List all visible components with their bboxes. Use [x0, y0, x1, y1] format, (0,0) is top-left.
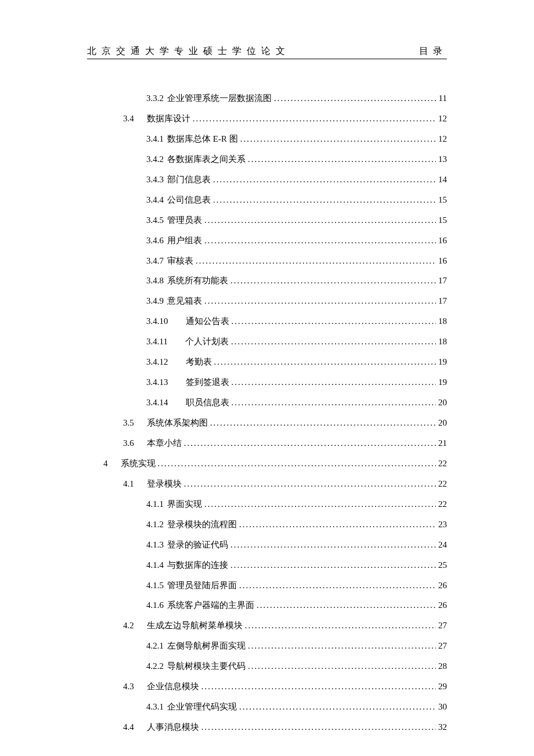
toc-entry-number: 3.4.4	[146, 190, 164, 210]
toc-entry-title: 与数据库的连接	[167, 555, 228, 575]
toc-leader-dots	[204, 210, 436, 231]
toc-entry-number: 3.5	[123, 413, 134, 433]
toc-entry-title: 导航树模块主要代码	[167, 656, 246, 676]
toc-entry: 3.4.5管理员表15	[146, 210, 447, 231]
toc-entry-title: 生成左边导航树菜单模块	[147, 615, 243, 636]
toc-entry-title: 数据库设计	[147, 109, 190, 129]
toc-entry-page: 18	[438, 311, 447, 332]
toc-leader-dots	[245, 615, 436, 636]
toc-entry-page: 19	[438, 352, 447, 372]
toc-entry: 3.4.14职员信息表20	[146, 393, 447, 413]
toc-entry-page: 22	[438, 494, 447, 514]
toc-entry-number: 3.4.6	[146, 231, 164, 251]
toc-entry: 4.2生成左边导航树菜单模块27	[123, 615, 447, 636]
toc-entry-title: 管理员表	[167, 210, 202, 231]
toc-entry-page: 22	[438, 453, 447, 474]
toc-entry-page: 25	[438, 555, 447, 575]
toc-entry-number: 4.1	[123, 474, 134, 494]
toc-entry-title: 管理员登陆后界面	[167, 575, 237, 596]
toc-entry: 4.1.2登录模块的流程图23	[146, 514, 447, 535]
toc-entry-page: 13	[438, 149, 447, 170]
toc-entry: 4.1登录模块22	[123, 474, 447, 494]
toc-leader-dots	[204, 231, 436, 251]
toc-entry-title: 本章小结	[147, 433, 182, 453]
toc-entry: 4.1.5管理员登陆后界面26	[146, 575, 447, 596]
toc-entry-number: 4.1.1	[146, 494, 164, 514]
page-header: 北京交通大学专业硕士学位论文 目录	[87, 45, 447, 59]
toc-leader-dots	[184, 433, 436, 453]
toc-entry-number: 3.4.11	[146, 332, 168, 352]
table-of-contents: 3.3.2企业管理系统一层数据流图113.4数据库设计123.4.1数据库总体 …	[87, 88, 447, 737]
toc-leader-dots	[230, 535, 436, 555]
toc-entry-number: 3.6	[123, 433, 134, 453]
toc-entry-page: 11	[439, 88, 447, 109]
toc-entry-title: 系统客户器端的主界面	[167, 595, 254, 615]
toc-entry-page: 32	[438, 717, 447, 737]
toc-entry-title: 通知公告表	[186, 311, 229, 332]
toc-entry-page: 15	[438, 190, 447, 210]
toc-entry: 3.4.7审核表16	[146, 251, 447, 271]
toc-leader-dots	[232, 393, 436, 413]
toc-entry-number: 4.1.2	[146, 514, 164, 535]
toc-entry-number: 3.3.2	[146, 88, 164, 109]
toc-leader-dots	[248, 149, 436, 170]
toc-entry: 4.3.1企业管理代码实现30	[146, 697, 447, 717]
toc-entry-number: 3.4.9	[146, 291, 164, 311]
toc-entry-page: 21	[438, 433, 447, 453]
toc-entry: 3.3.2企业管理系统一层数据流图11	[146, 88, 447, 109]
toc-entry-number: 3.4.13	[146, 372, 168, 393]
toc-entry-page: 14	[438, 170, 447, 190]
toc-entry: 3.4.2各数据库表之间关系13	[146, 149, 447, 170]
toc-entry-title: 人事消息模块	[147, 717, 199, 737]
toc-entry-title: 公司信息表	[167, 190, 211, 210]
toc-entry-page: 26	[438, 595, 447, 615]
toc-entry-title: 各数据库表之间关系	[167, 149, 246, 170]
toc-entry-title: 个人计划表	[185, 332, 229, 352]
toc-entry: 4.1.4与数据库的连接25	[146, 555, 447, 575]
toc-entry: 3.4.4公司信息表15	[146, 190, 447, 210]
toc-leader-dots	[201, 717, 436, 737]
toc-entry-page: 18	[438, 332, 447, 352]
toc-entry-number: 4.1.3	[146, 535, 164, 555]
toc-entry: 4.3企业信息模块29	[123, 676, 447, 697]
toc-leader-dots	[274, 88, 436, 109]
toc-entry: 4.1.3登录的验证代码24	[146, 535, 447, 555]
toc-entry: 3.6本章小结21	[123, 433, 447, 453]
toc-leader-dots	[257, 595, 436, 615]
toc-entry-page: 23	[438, 514, 447, 535]
toc-entry-title: 登录模块的流程图	[167, 514, 237, 535]
toc-entry-title: 企业管理代码实现	[167, 697, 237, 717]
toc-entry-number: 3.4.12	[146, 352, 168, 372]
toc-entry-title: 登录的验证代码	[167, 535, 228, 555]
toc-entry: 3.4.6用户组表16	[146, 231, 447, 251]
toc-entry: 3.4数据库设计12	[123, 109, 447, 129]
toc-entry-title: 职员信息表	[186, 393, 229, 413]
toc-entry-page: 16	[438, 231, 447, 251]
toc-entry-number: 3.4.3	[146, 170, 164, 190]
toc-leader-dots	[193, 109, 436, 129]
toc-entry: 4系统实现22	[103, 453, 447, 474]
toc-leader-dots	[230, 271, 436, 291]
toc-entry-title: 登录模块	[147, 474, 182, 494]
toc-entry-number: 3.4.10	[146, 311, 168, 332]
toc-entry-title: 界面实现	[167, 494, 202, 514]
toc-entry-number: 4.1.6	[146, 595, 164, 615]
toc-entry-page: 27	[438, 615, 447, 636]
toc-leader-dots	[204, 494, 436, 514]
toc-entry-title: 签到签退表	[186, 372, 229, 393]
toc-entry-page: 15	[438, 210, 447, 231]
toc-entry-title: 意见箱表	[167, 291, 202, 311]
toc-entry-page: 17	[438, 291, 447, 311]
toc-leader-dots	[204, 291, 436, 311]
toc-entry: 3.4.11个人计划表18	[146, 332, 447, 352]
toc-leader-dots	[239, 575, 436, 596]
page: 北京交通大学专业硕士学位论文 目录 3.3.2企业管理系统一层数据流图113.4…	[0, 0, 534, 756]
toc-entry-title: 用户组表	[167, 231, 202, 251]
toc-leader-dots	[240, 129, 436, 149]
toc-entry-page: 22	[438, 474, 447, 494]
toc-entry-number: 4.4	[123, 717, 134, 737]
toc-entry: 3.4.1数据库总体 E-R 图12	[146, 129, 447, 149]
header-left: 北京交通大学专业硕士学位论文	[87, 45, 290, 57]
toc-entry: 4.2.2导航树模块主要代码28	[146, 656, 447, 676]
toc-entry-number: 4.2.2	[146, 656, 164, 676]
